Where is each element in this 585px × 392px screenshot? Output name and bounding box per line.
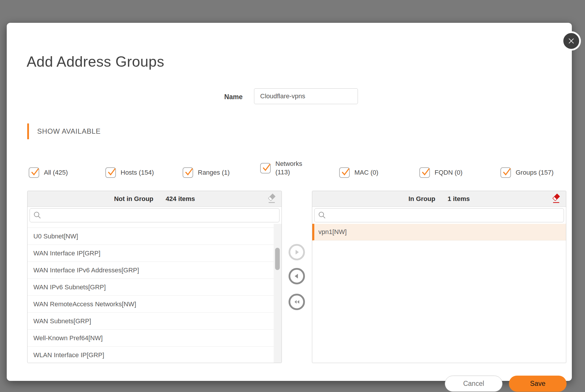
not-in-group-search-row: [28, 207, 282, 224]
list-item-partial: [28, 224, 282, 228]
list-item[interactable]: WAN Subnets[GRP]: [28, 313, 282, 330]
not-in-group-header: Not in Group 424 items: [28, 191, 282, 207]
list-item[interactable]: WAN Interface IP[GRP]: [28, 245, 282, 262]
arrow-left-icon: [293, 272, 301, 280]
list-item[interactable]: vpn1[NW]: [312, 224, 566, 240]
section-title: SHOW AVAILABLE: [37, 127, 101, 135]
filter-label: Groups (157): [516, 169, 554, 176]
scrollbar-thumb[interactable]: [275, 248, 280, 270]
filter-mac[interactable]: MAC (0): [339, 165, 378, 180]
search-box[interactable]: [314, 208, 564, 222]
modal-backdrop: Add Address Groups Name SHOW AVAILABLE A…: [0, 0, 585, 392]
panel-title: In Group: [409, 195, 435, 203]
checkbox-checked-icon[interactable]: [500, 167, 511, 178]
in-group-header: In Group 1 items: [312, 191, 566, 207]
list-item[interactable]: WLAN Interface IP[GRP]: [28, 347, 282, 363]
list-item[interactable]: Well-Known Pref64[NW]: [28, 330, 282, 347]
panel-title: Not in Group: [114, 195, 153, 203]
list-item[interactable]: WAN IPv6 Subnets[GRP]: [28, 279, 282, 296]
close-button[interactable]: [562, 31, 581, 51]
filter-all[interactable]: All (425): [29, 165, 68, 180]
name-field-label: Name: [194, 93, 243, 101]
checkbox-checked-icon[interactable]: [29, 167, 39, 178]
in-group-search-row: [312, 207, 566, 224]
in-group-search-input[interactable]: [329, 211, 560, 219]
filter-hosts[interactable]: Hosts (154): [105, 165, 154, 180]
filter-networks[interactable]: Networks (113): [260, 156, 309, 180]
not-in-group-panel: Not in Group 424 items: [27, 191, 282, 363]
filter-groups[interactable]: Groups (157): [500, 165, 554, 180]
checkbox-checked-icon[interactable]: [419, 167, 430, 178]
save-button[interactable]: Save: [509, 376, 567, 392]
not-in-group-search-input[interactable]: [44, 211, 276, 219]
move-right-button[interactable]: [289, 244, 305, 260]
search-icon: [318, 211, 326, 219]
section-accent-bar: [27, 123, 29, 139]
filter-label: Ranges (1): [198, 169, 230, 176]
add-address-groups-dialog: Add Address Groups Name SHOW AVAILABLE A…: [7, 23, 572, 381]
filter-label: FQDN (0): [435, 169, 462, 176]
filter-label: Networks (113): [275, 160, 309, 176]
list-item[interactable]: U0 Subnet[NW]: [28, 228, 282, 245]
move-all-left-button[interactable]: [289, 294, 305, 310]
clear-group-icon[interactable]: [551, 194, 561, 204]
checkbox-checked-icon[interactable]: [260, 163, 271, 173]
double-arrow-left-icon: [293, 298, 301, 306]
checkbox-checked-icon[interactable]: [105, 167, 116, 178]
search-box[interactable]: [30, 208, 279, 222]
checkbox-checked-icon[interactable]: [183, 167, 193, 178]
filter-fqdn[interactable]: FQDN (0): [419, 165, 462, 180]
filter-label: MAC (0): [354, 169, 378, 176]
filter-label: All (425): [44, 169, 68, 176]
in-group-panel: In Group 1 items: [312, 191, 566, 363]
panel-item-count: 424 items: [166, 195, 195, 203]
panel-item-count: 1 items: [447, 195, 470, 203]
search-icon: [33, 211, 42, 219]
scrollbar-track[interactable]: [274, 224, 282, 363]
in-group-list: vpn1[NW]: [312, 224, 566, 363]
filter-ranges[interactable]: Ranges (1): [183, 165, 230, 180]
clear-selection-icon[interactable]: [266, 194, 277, 204]
cancel-button[interactable]: Cancel: [445, 376, 502, 392]
arrow-right-icon: [293, 248, 301, 256]
list-item[interactable]: WAN Interface IPv6 Addresses[GRP]: [28, 262, 282, 279]
move-left-button[interactable]: [289, 268, 305, 284]
checkbox-checked-icon[interactable]: [339, 167, 350, 178]
not-in-group-list: U0 Subnet[NW] WAN Interface IP[GRP] WAN …: [28, 224, 282, 363]
filter-label: Hosts (154): [121, 169, 154, 176]
close-icon: [567, 37, 575, 45]
list-item[interactable]: WAN RemoteAccess Networks[NW]: [28, 296, 282, 313]
page-title: Add Address Groups: [27, 53, 164, 70]
name-input[interactable]: [254, 88, 358, 104]
